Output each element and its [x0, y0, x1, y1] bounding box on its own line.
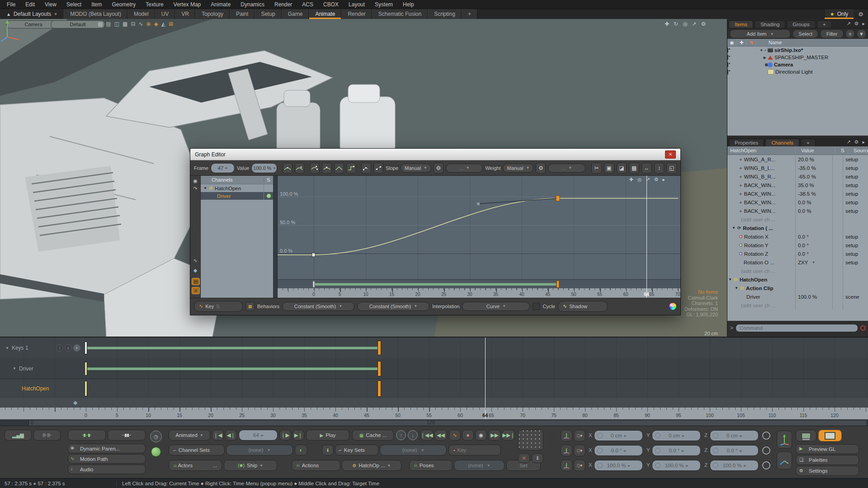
timeline-key-47[interactable]	[377, 380, 381, 397]
record-button[interactable]: ●	[462, 430, 474, 441]
transform-x-field[interactable]: 100.0 %◂▸	[594, 460, 643, 471]
badge-c[interactable]: c	[65, 344, 72, 352]
tab-properties[interactable]: Properties	[729, 139, 764, 146]
slope-preset-dropdown[interactable]: ...▼	[446, 164, 483, 173]
panel-more-icon[interactable]: ▸	[862, 139, 865, 145]
eye-icon[interactable]	[727, 47, 728, 53]
dock-button[interactable]: Palettes	[796, 455, 859, 465]
channel-value[interactable]: -35.0 %	[798, 165, 816, 171]
cache-upload-button[interactable]: ↑	[396, 430, 406, 440]
timeline-ruler[interactable]: 0510152025303540455055606570758085909510…	[0, 408, 868, 419]
expand-arrow-icon[interactable]: ▼	[728, 277, 732, 282]
menu-item[interactable]: View	[41, 1, 61, 8]
filter-funnel-icon[interactable]: ▼	[857, 29, 866, 38]
gear-icon[interactable]: ⚙	[854, 9, 868, 19]
cache-button[interactable]: ▦Cache ...	[352, 430, 394, 441]
expand-arrow-icon[interactable]: ▼	[5, 346, 9, 350]
transform-type-icon[interactable]	[561, 430, 572, 441]
key-button[interactable]: ▪Key	[448, 445, 501, 455]
current-frame-field[interactable]: 64◂▸	[239, 430, 278, 441]
add-key-icon[interactable]: +	[739, 200, 742, 205]
zoom-icon[interactable]: ◎	[683, 21, 687, 27]
transform-x-field[interactable]: 0.0 °◂▸	[594, 445, 643, 456]
expander-icon[interactable]: ▶	[756, 56, 766, 60]
add-key-icon[interactable]: +	[739, 191, 742, 197]
channel-value[interactable]: 0.0 °	[798, 251, 809, 257]
command-input[interactable]	[736, 324, 858, 332]
poses-button[interactable]: ⍾Poses	[409, 460, 453, 471]
command-history-icon[interactable]	[860, 325, 866, 331]
transform-z-field[interactable]: 100.0 %◂▸	[710, 460, 759, 471]
channel-value[interactable]: 0.0 °	[798, 234, 809, 239]
transform-y-field[interactable]: 0.0 °◂▸	[652, 445, 701, 456]
channel-row[interactable]: Driver 100.0 % scene	[727, 292, 868, 301]
graph-mini-timeline[interactable]	[278, 279, 680, 289]
layout-tab[interactable]: Paint	[230, 9, 255, 19]
channel-row[interactable]: ▼ ⟳ Rotation ( ...	[727, 224, 868, 232]
select-button[interactable]: Select	[793, 29, 818, 38]
menu-item[interactable]: Texture	[142, 1, 167, 8]
channel-row[interactable]: (add user ch ...	[727, 267, 868, 275]
tab-add[interactable]: +	[817, 20, 832, 28]
anim-option-button[interactable]: Dynamic Paren...	[68, 444, 146, 453]
visibility-icon[interactable]: ⊟	[131, 21, 135, 27]
tab-shading[interactable]: Shading	[755, 20, 785, 28]
key-sets-button[interactable]: ⌐Key Sets	[335, 445, 378, 455]
pan-icon[interactable]: ✚	[629, 177, 633, 183]
track-driver[interactable]: ▼ Driver	[0, 358, 868, 379]
cycle-checkbox[interactable]	[533, 303, 540, 310]
item-row[interactable]: Directional Light	[727, 68, 868, 75]
add-key-icon[interactable]: +	[739, 208, 742, 214]
shaded-icon[interactable]: ▤	[106, 21, 111, 27]
anim-option-button[interactable]: Motion Path	[68, 454, 146, 464]
list-mode-icon[interactable]: ≡	[845, 29, 855, 38]
channel-sets-button[interactable]: ⌐Channel Sets	[169, 445, 225, 455]
expand-icon[interactable]: ↗	[846, 21, 850, 27]
channel-row[interactable]: + BACK_WIN... -38.5 % setup	[727, 189, 868, 198]
show-all-icon[interactable]: ≡	[192, 287, 200, 294]
menu-item[interactable]: Layout	[344, 1, 369, 8]
channel-row[interactable]: (add user ch ...	[727, 301, 868, 310]
panel-gear-icon[interactable]: ⚙	[854, 21, 859, 27]
layout-split-view-toggle[interactable]	[818, 430, 842, 441]
keyframe-0[interactable]	[312, 253, 315, 257]
reset-work-plane-button[interactable]	[777, 451, 792, 469]
layout-single-view-toggle[interactable]	[796, 430, 816, 441]
value-input[interactable]: 100.0 %◂▸	[251, 163, 277, 173]
channel-row[interactable]: Rotation O ... ZXY ▾ setup	[727, 258, 868, 267]
copy-keys-icon[interactable]: ▣	[604, 163, 614, 174]
tangent-broken-icon[interactable]	[310, 163, 320, 174]
graph-plot[interactable]: 100.0 % 50.0 % 0.0 % 0510152025303540455…	[278, 176, 680, 298]
channel-value[interactable]: 0.0 %	[798, 208, 811, 214]
poses-dropdown[interactable]: (none)▼	[454, 460, 505, 471]
tangent-stepped-icon[interactable]	[346, 163, 356, 174]
go-to-end-button[interactable]: ▶❘	[292, 430, 304, 441]
menu-item[interactable]: Geometry	[108, 1, 140, 8]
weight-gear-icon[interactable]: ⚙	[536, 163, 546, 174]
behaviors-icon[interactable]: ▦	[245, 302, 255, 311]
gem-icon[interactable]: ◆	[192, 267, 199, 273]
plot-more-icon[interactable]: ▸	[662, 177, 665, 183]
add-key-icon[interactable]: +	[739, 165, 742, 171]
transform-y-field[interactable]: 100.0 %◂▸	[652, 460, 701, 471]
timeline-key-47[interactable]	[377, 361, 381, 376]
channel-value[interactable]: 0.0 %	[798, 200, 811, 205]
current-time-indicator[interactable]	[646, 176, 647, 298]
layout-switcher[interactable]: ▲ Default Layouts ▼	[0, 9, 64, 19]
snapping-icon[interactable]: ⊞	[169, 21, 173, 27]
channel-value[interactable]: -38.5 %	[798, 191, 816, 197]
expand-arrow-icon[interactable]: ▼	[732, 226, 736, 230]
key-reduce-icon[interactable]	[361, 163, 371, 174]
tab-channels[interactable]: Channels	[765, 139, 799, 146]
anim-layers-button[interactable]: ▂▄▆	[5, 430, 32, 441]
jump-last-key-button[interactable]: ▶▶❘	[502, 430, 515, 441]
menu-item[interactable]: File	[3, 1, 19, 8]
link-icon[interactable]: ↷	[192, 185, 199, 192]
texture-icon[interactable]: ◫	[114, 21, 119, 27]
menu-item[interactable]: Render	[270, 1, 296, 8]
layout-tab[interactable]: Schematic Fusion	[372, 9, 428, 19]
channel-row[interactable]: + BACK_WIN... 35.0 % setup	[727, 181, 868, 189]
channel-value[interactable]: -65.0 %	[798, 174, 816, 179]
menu-item[interactable]: Select	[62, 1, 85, 8]
interpolation-dropdown[interactable]: Curve▼	[462, 302, 530, 311]
